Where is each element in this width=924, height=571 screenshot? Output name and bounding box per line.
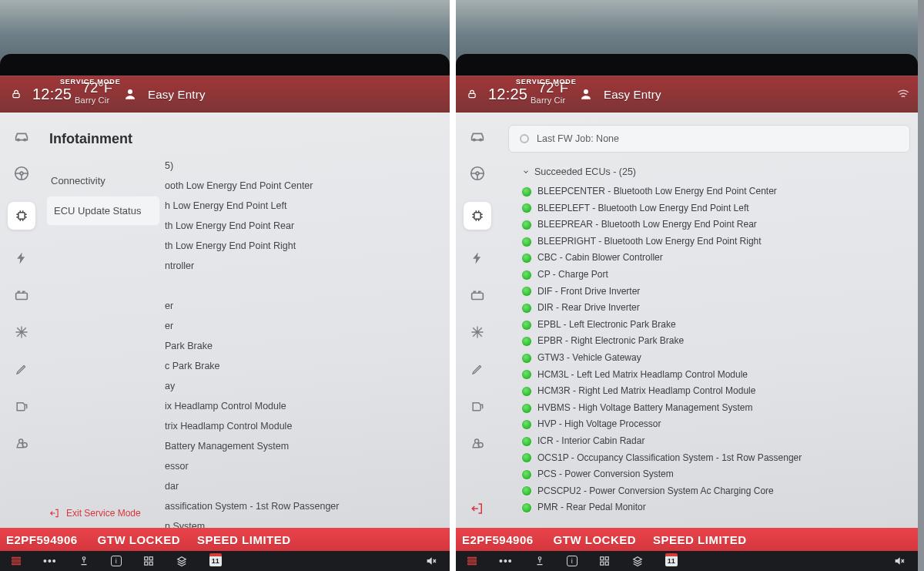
subnav-ecu-update-status[interactable]: ECU Update Status <box>46 196 160 226</box>
sidebar-steering-icon[interactable] <box>469 165 486 182</box>
ecu-row[interactable]: EPBR - Right Electronic Park Brake <box>508 333 910 350</box>
sidebar-exit-icon[interactable] <box>469 500 486 517</box>
profile-icon[interactable] <box>123 87 137 101</box>
svg-point-19 <box>584 89 588 94</box>
ecu-row[interactable]: HCM3R - Right Led Matrix Headlamp Contro… <box>508 383 910 400</box>
sidebar-airbag-icon[interactable] <box>469 435 486 452</box>
status-bar: SERVICE MODE 12:25 72°F Barry Cir Easy E… <box>0 76 450 113</box>
sidebar-fluid-icon[interactable] <box>469 398 486 415</box>
ecu-row[interactable]: DIR - Rear Drive Inverter <box>508 300 910 317</box>
sidebar-pencil-icon[interactable] <box>13 361 30 378</box>
dock-info-icon[interactable]: i <box>111 556 122 566</box>
dock-grid-icon[interactable] <box>599 553 610 569</box>
dock-more-icon[interactable]: ••• <box>499 553 513 569</box>
svg-point-1 <box>128 89 132 94</box>
dock-info-icon[interactable]: i <box>567 556 578 566</box>
ecu-label: ICR - Interior Cabin Radar <box>537 435 644 448</box>
dock-calendar-icon[interactable]: 11 <box>665 556 678 566</box>
sidebar-bolt-icon[interactable] <box>13 250 30 267</box>
gtw-locked: GTW LOCKED <box>98 533 181 546</box>
ecu-row[interactable]: OCS1P - Occupancy Classification System … <box>508 450 910 467</box>
dock-layers-icon[interactable] <box>176 553 188 569</box>
sidebar-climate-icon[interactable] <box>469 324 486 341</box>
sidebar-bolt-icon[interactable] <box>469 250 486 267</box>
sidebar-steering-icon[interactable] <box>13 165 30 182</box>
svg-point-23 <box>476 172 479 175</box>
sidebar-battery-icon[interactable] <box>13 287 30 304</box>
gtw-locked: GTW LOCKED <box>554 533 637 546</box>
service-panel: Infotainment Connectivity ECU Update Sta… <box>0 113 450 528</box>
dock-volume-mute-icon[interactable] <box>892 553 907 569</box>
ecu-line-partial: er <box>165 296 442 316</box>
ecu-row[interactable]: GTW3 - Vehicle Gateway <box>508 350 910 367</box>
ecu-row[interactable]: BLEEPCENTER - Bluetooth Low Energy End P… <box>508 183 910 200</box>
status-dot-green <box>522 304 531 313</box>
svg-rect-28 <box>468 557 477 559</box>
dock-menu-icon[interactable] <box>11 553 22 569</box>
svg-rect-10 <box>12 557 21 559</box>
bottom-dock: ••• i 11 <box>0 551 450 571</box>
sidebar-chip-icon[interactable] <box>8 202 35 230</box>
exit-service-mode[interactable]: Exit Service Mode <box>43 499 163 528</box>
street-name: Barry Cir <box>75 96 109 105</box>
ecu-row[interactable]: EPBL - Left Electronic Park Brake <box>508 317 910 334</box>
ecu-label: HCM3R - Right Led Matrix Headlamp Contro… <box>537 385 755 398</box>
ecu-label: DIR - Rear Drive Inverter <box>537 302 640 314</box>
clock: 12:25 <box>32 86 72 103</box>
dock-menu-icon[interactable] <box>467 553 477 569</box>
svg-rect-29 <box>468 560 477 562</box>
ecu-row[interactable]: CBC - Cabin Blower Controller <box>508 250 910 267</box>
sidebar-car-icon[interactable] <box>13 128 30 145</box>
svg-rect-11 <box>12 560 21 562</box>
ecu-row[interactable]: ICR - Interior Cabin Radar <box>508 433 910 450</box>
succeeded-ecus-header[interactable]: Succeeded ECUs - (25) <box>522 166 910 177</box>
dock-joystick-icon[interactable] <box>79 553 89 569</box>
dock-layers-icon[interactable] <box>631 553 644 569</box>
sidebar-airbag-icon[interactable] <box>13 435 30 452</box>
sidebar-car-icon[interactable] <box>469 128 486 145</box>
ecu-label: EPBL - Left Electronic Park Brake <box>537 319 676 331</box>
dock-calendar-icon[interactable]: 11 <box>209 556 222 566</box>
sidebar-fluid-icon[interactable] <box>13 398 30 415</box>
status-dot-green <box>522 354 531 363</box>
profile-icon[interactable] <box>579 87 593 101</box>
status-dot-green <box>522 220 531 230</box>
ecu-row[interactable]: HCM3L - Left Led Matrix Headlamp Control… <box>508 367 910 384</box>
dock-more-icon[interactable]: ••• <box>43 553 57 569</box>
ecu-row[interactable]: HVP - High Voltage Processor <box>508 416 910 433</box>
status-dot-green <box>522 270 531 280</box>
ecu-row[interactable]: HVBMS - High Voltage Battery Management … <box>508 400 910 417</box>
ecu-label: BLEEPCENTER - Bluetooth Low Energy End P… <box>537 186 777 198</box>
sidebar-pencil-icon[interactable] <box>469 361 486 378</box>
side-rail <box>0 113 43 528</box>
sidebar-chip-icon[interactable] <box>464 202 491 230</box>
ecu-label: HVP - High Voltage Processor <box>537 418 661 431</box>
ecu-row[interactable]: CP - Charge Port <box>508 267 910 284</box>
ecu-row[interactable]: PMR - Rear Pedal Monitor <box>508 499 910 516</box>
dock-grid-icon[interactable] <box>143 553 154 569</box>
dock-volume-mute-icon[interactable] <box>424 553 439 569</box>
status-dot-green <box>522 437 531 446</box>
chevron-down-icon <box>522 168 530 176</box>
profile-name[interactable]: Easy Entry <box>604 88 661 101</box>
svg-point-13 <box>82 557 85 560</box>
ecu-line-partial <box>165 276 442 296</box>
ecu-row[interactable]: BLEEPRIGHT - Bluetooth Low Energy End Po… <box>508 233 910 250</box>
ecu-label: HVBMS - High Voltage Battery Management … <box>537 402 752 415</box>
dock-joystick-icon[interactable] <box>534 553 545 569</box>
ecu-row[interactable]: PCS - Power Conversion System <box>508 466 910 483</box>
ecu-line-partial: ix Headlamp Control Module <box>165 396 442 416</box>
status-dot-green <box>522 486 531 495</box>
ecu-row[interactable]: PCSCPU2 - Power Conversion System Ac Cha… <box>508 483 910 500</box>
ecu-label: GTW3 - Vehicle Gateway <box>537 352 641 364</box>
profile-name[interactable]: Easy Entry <box>148 88 206 101</box>
sidebar-climate-icon[interactable] <box>13 324 30 341</box>
sidebar-battery-icon[interactable] <box>469 287 486 304</box>
ecu-row[interactable]: BLEEPREAR - Bluetooth Low Energy End Poi… <box>508 217 910 233</box>
svg-rect-14 <box>144 557 147 560</box>
ecu-row[interactable]: BLEEPLEFT - Bluetooth Low Energy End Poi… <box>508 200 910 217</box>
ecu-row[interactable]: DIF - Front Drive Inverter <box>508 284 910 301</box>
svg-rect-25 <box>472 293 484 299</box>
svg-rect-35 <box>605 562 608 565</box>
subnav-connectivity[interactable]: Connectivity <box>43 166 163 196</box>
